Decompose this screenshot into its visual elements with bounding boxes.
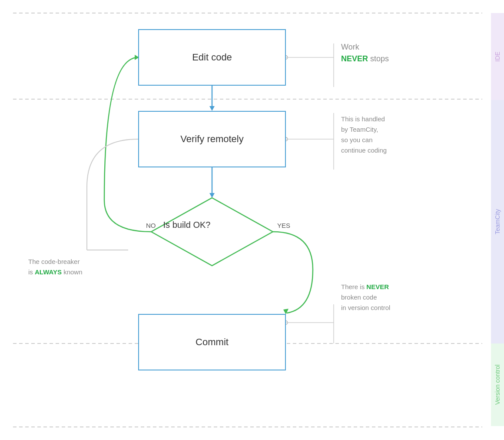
diamond-label: Is build OK? bbox=[163, 220, 211, 230]
stops-text: stops bbox=[368, 54, 389, 63]
svg-marker-5 bbox=[209, 106, 215, 111]
yes-label: YES bbox=[277, 222, 290, 229]
no-label: NO bbox=[146, 222, 156, 229]
teamcity-handled-text: This is handledby TeamCity,so you cancon… bbox=[341, 115, 387, 154]
never-broken-text1: There is bbox=[341, 283, 366, 290]
edit-code-box: Edit code bbox=[138, 29, 286, 86]
svg-marker-7 bbox=[209, 193, 215, 198]
verify-remotely-label: Verify remotely bbox=[180, 133, 244, 145]
version-control-label: Version control bbox=[491, 343, 504, 426]
commit-label: Commit bbox=[196, 337, 229, 348]
never-text-1: NEVER bbox=[341, 54, 368, 63]
work-never-stops-annotation: Work NEVER stops bbox=[341, 41, 389, 65]
commit-box: Commit bbox=[138, 314, 286, 370]
edit-code-label: Edit code bbox=[192, 52, 232, 63]
diagram-container: Edit code Verify remotely Commit Is buil… bbox=[0, 0, 504, 440]
never-broken-text2: broken codein version control bbox=[341, 293, 390, 311]
code-breaker-text2: known bbox=[62, 268, 83, 276]
never-text-2: NEVER bbox=[366, 283, 389, 290]
teamcity-label: TeamCity bbox=[491, 100, 504, 343]
never-broken-annotation: There is NEVERbroken codein version cont… bbox=[341, 282, 390, 313]
ide-label: IDE bbox=[491, 13, 504, 100]
work-text: Work bbox=[341, 43, 359, 51]
always-text: ALWAYS bbox=[35, 268, 62, 276]
verify-remotely-box: Verify remotely bbox=[138, 111, 286, 167]
code-breaker-annotation: The code-breakeris ALWAYS known bbox=[28, 257, 83, 277]
svg-marker-8 bbox=[151, 198, 273, 266]
teamcity-annotation: This is handledby TeamCity,so you cancon… bbox=[341, 114, 387, 156]
